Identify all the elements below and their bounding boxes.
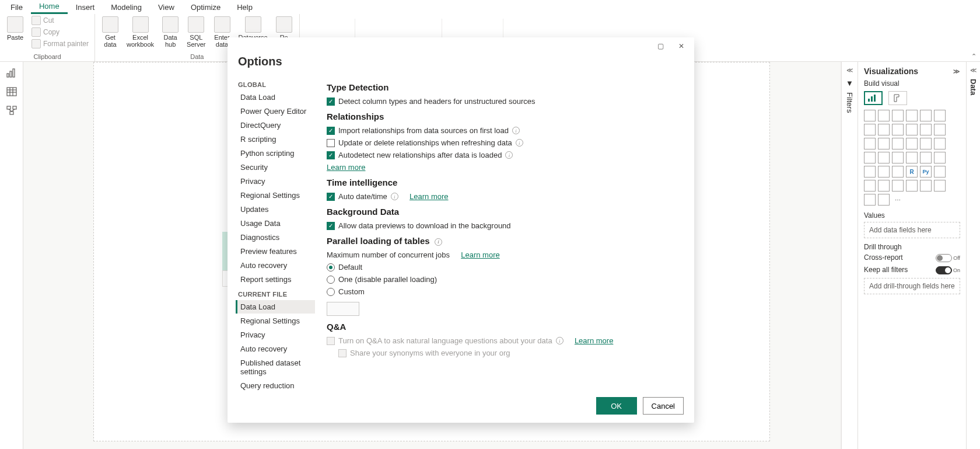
- nav-current-data-load[interactable]: Data Load: [236, 300, 315, 314]
- nav-current-query-reduction[interactable]: Query reduction: [236, 379, 315, 391]
- viz-py[interactable]: Py: [920, 166, 932, 177]
- viz-line[interactable]: [864, 124, 876, 135]
- model-view-icon[interactable]: [6, 105, 18, 116]
- nav-current-published-dataset[interactable]: Published dataset settings: [236, 356, 315, 378]
- viz-matrix[interactable]: [892, 166, 904, 177]
- viz-decomposition[interactable]: [864, 180, 876, 192]
- nav-current-auto-recovery[interactable]: Auto recovery: [236, 342, 315, 356]
- viz-r[interactable]: R: [906, 166, 918, 177]
- viz-key-influencers[interactable]: [934, 166, 946, 177]
- viz-100-bar[interactable]: [920, 110, 932, 121]
- nav-global-report-settings[interactable]: Report settings: [236, 273, 315, 286]
- viz-paginated[interactable]: [920, 180, 932, 192]
- nav-global-security[interactable]: Security: [236, 161, 315, 174]
- viz-custom[interactable]: [878, 194, 890, 206]
- nav-current-privacy[interactable]: Privacy: [236, 328, 315, 342]
- chk-auto-datetime[interactable]: [327, 193, 335, 201]
- viz-qa[interactable]: [878, 180, 890, 192]
- info-parallel[interactable]: [435, 238, 442, 246]
- nav-global-data-load[interactable]: Data Load: [236, 91, 315, 104]
- collapse-viz-icon[interactable]: ≫: [953, 68, 960, 75]
- dialog-maximize-button[interactable]: ▢: [651, 40, 670, 53]
- viz-kpi[interactable]: [934, 152, 946, 163]
- get-data-button[interactable]: Get data: [99, 15, 122, 49]
- viz-gauge[interactable]: [892, 152, 904, 163]
- viz-area[interactable]: [878, 124, 890, 135]
- copy-button[interactable]: Copy: [29, 27, 91, 37]
- nav-global-pqe[interactable]: Power Query Editor: [236, 105, 315, 118]
- cross-report-toggle[interactable]: [936, 254, 952, 262]
- viz-waterfall[interactable]: [934, 124, 946, 135]
- collapse-ribbon-icon[interactable]: ⌃: [971, 53, 977, 60]
- viz-stacked-bar[interactable]: [864, 110, 876, 121]
- chk-detect-types[interactable]: [327, 98, 335, 106]
- cancel-button[interactable]: Cancel: [643, 397, 684, 415]
- info-update-rel[interactable]: [516, 139, 523, 147]
- expand-filters-icon[interactable]: ≪: [846, 67, 853, 74]
- nav-global-usage[interactable]: Usage Data: [236, 217, 315, 230]
- menu-optimize[interactable]: Optimize: [183, 1, 229, 13]
- viz-shape-map[interactable]: [878, 152, 890, 163]
- viz-power-automate[interactable]: [864, 194, 876, 206]
- viz-more[interactable]: ⋯: [892, 194, 904, 206]
- excel-workbook-button[interactable]: Excel workbook: [124, 15, 156, 49]
- link-time-learn-more[interactable]: Learn more: [410, 192, 448, 201]
- nav-current-regional[interactable]: Regional Settings: [236, 314, 315, 328]
- viz-goals[interactable]: [906, 180, 918, 192]
- keep-filters-toggle[interactable]: [936, 266, 952, 274]
- link-qa-learn-more[interactable]: Learn more: [575, 336, 613, 345]
- viz-table[interactable]: [878, 166, 890, 177]
- sql-server-button[interactable]: SQL Server: [184, 15, 208, 49]
- build-visual-mode[interactable]: [864, 91, 883, 105]
- nav-global-r[interactable]: R scripting: [236, 133, 315, 146]
- nav-global-diagnostics[interactable]: Diagnostics: [236, 231, 315, 244]
- report-view-icon[interactable]: [6, 68, 18, 78]
- format-visual-mode[interactable]: [888, 91, 907, 105]
- cut-button[interactable]: Cut: [29, 15, 91, 26]
- data-view-icon[interactable]: [6, 86, 18, 97]
- viz-stacked-column[interactable]: [892, 110, 904, 121]
- viz-scatter[interactable]: [878, 138, 890, 149]
- data-pane-collapsed[interactable]: ≪ Data: [966, 62, 980, 449]
- info-auto-datetime[interactable]: [391, 193, 398, 200]
- nav-global-python[interactable]: Python scripting: [236, 147, 315, 160]
- values-drop[interactable]: Add data fields here: [864, 222, 960, 238]
- radio-one[interactable]: [327, 276, 335, 284]
- nav-global-regional[interactable]: Regional Settings: [236, 189, 315, 202]
- viz-treemap[interactable]: [920, 138, 932, 149]
- viz-multi-card[interactable]: [920, 152, 932, 163]
- viz-slicer[interactable]: [864, 166, 876, 177]
- menu-view[interactable]: View: [150, 1, 183, 13]
- nav-global-directquery[interactable]: DirectQuery: [236, 119, 315, 132]
- menu-help[interactable]: Help: [229, 1, 261, 13]
- radio-custom[interactable]: [327, 288, 335, 296]
- drill-fields-drop[interactable]: Add drill-through fields here: [864, 278, 960, 294]
- data-hub-button[interactable]: Data hub: [159, 15, 182, 49]
- viz-filled-map[interactable]: [864, 152, 876, 163]
- viz-pie[interactable]: [892, 138, 904, 149]
- menu-insert[interactable]: Insert: [68, 1, 103, 13]
- viz-power-apps[interactable]: [934, 180, 946, 192]
- nav-global-auto-recovery[interactable]: Auto recovery: [236, 259, 315, 272]
- menu-file[interactable]: File: [2, 1, 31, 13]
- paste-button[interactable]: Paste: [4, 15, 27, 42]
- viz-clustered-column[interactable]: [906, 110, 918, 121]
- menu-modeling[interactable]: Modeling: [103, 1, 150, 13]
- radio-default[interactable]: [327, 263, 335, 272]
- info-import-rel[interactable]: [512, 127, 520, 134]
- input-custom-jobs[interactable]: [327, 302, 359, 316]
- link-parallel-learn-more[interactable]: Learn more: [461, 250, 499, 259]
- viz-map[interactable]: [934, 138, 946, 149]
- expand-data-icon[interactable]: ≪: [970, 67, 977, 74]
- nav-global-preview[interactable]: Preview features: [236, 245, 315, 258]
- ok-button[interactable]: OK: [596, 397, 637, 415]
- menu-home[interactable]: Home: [31, 0, 68, 14]
- link-rel-learn-more[interactable]: Learn more: [327, 163, 365, 172]
- info-qa[interactable]: [556, 337, 564, 344]
- chk-bg-preview[interactable]: [327, 222, 335, 230]
- viz-clustered-bar[interactable]: [878, 110, 890, 121]
- viz-ribbon[interactable]: [920, 124, 932, 135]
- nav-global-privacy[interactable]: Privacy: [236, 175, 315, 188]
- filters-pane-collapsed[interactable]: ≪ ▼ Filters: [841, 62, 858, 449]
- viz-100-column[interactable]: [934, 110, 946, 121]
